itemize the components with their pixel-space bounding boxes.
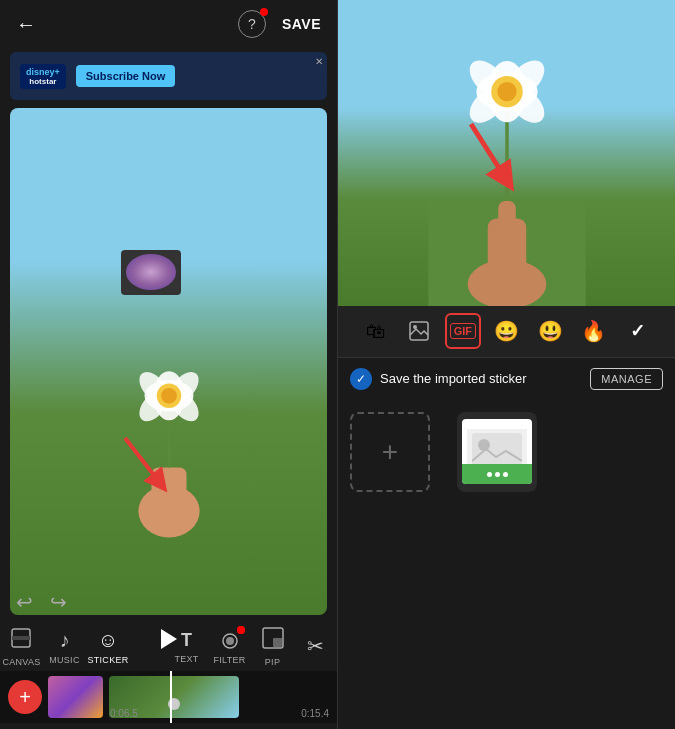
sticker-label: STICKER xyxy=(87,655,128,665)
tool-icons-row: CANVAS ♪ MUSIC ☺ STICKER T TEXT xyxy=(0,619,337,671)
image-button[interactable] xyxy=(401,313,437,349)
svg-line-12 xyxy=(125,438,160,483)
canvas-label: CANVAS xyxy=(2,657,40,667)
pip-label: PIP xyxy=(265,657,280,667)
sticker-green-bar xyxy=(462,464,532,484)
ad-close-button[interactable]: ✕ xyxy=(315,56,323,67)
canvas-icon xyxy=(10,627,32,654)
back-button[interactable]: ← xyxy=(16,13,36,36)
right-video-preview xyxy=(338,0,675,306)
add-clip-button[interactable]: + xyxy=(8,680,42,714)
sticker-grid: + xyxy=(338,400,675,730)
pip-icon xyxy=(262,627,284,654)
svg-rect-22 xyxy=(498,201,516,245)
filter-icon-wrap xyxy=(219,630,241,652)
top-bar: ← ? SAVE xyxy=(0,0,337,48)
sticker-dots xyxy=(487,472,508,477)
play-button[interactable] xyxy=(153,623,185,655)
canvas-tool[interactable]: CANVAS xyxy=(1,627,41,667)
music-label: MUSIC xyxy=(49,655,80,665)
confirm-button[interactable]: ✓ xyxy=(619,313,655,349)
manage-button[interactable]: MANAGE xyxy=(590,368,663,390)
filter-dot xyxy=(237,626,245,634)
filter-tool[interactable]: FILTER xyxy=(210,630,250,665)
redo-button[interactable]: ↪ xyxy=(50,590,67,614)
timeline-strip: + 0:06.5 0:15.4 xyxy=(0,671,337,723)
sticker-icon: ☺ xyxy=(98,629,118,652)
save-sticker-row: ✓ Save the imported sticker MANAGE xyxy=(338,358,675,400)
video-preview-left xyxy=(10,108,327,615)
pip-tool[interactable]: PIP xyxy=(253,627,293,667)
gif-button[interactable]: GIF xyxy=(445,313,481,349)
red-arrow-left xyxy=(105,423,185,503)
brand-name: disney+ xyxy=(26,67,60,77)
timeline-times: 0:06.5 0:15.4 xyxy=(110,708,329,719)
sticker-pack-button[interactable]: 🛍 xyxy=(358,313,394,349)
filter-label: FILTER xyxy=(213,655,245,665)
music-tool[interactable]: ♪ MUSIC xyxy=(44,629,84,665)
emoji-grin-button[interactable]: 😃 xyxy=(532,313,568,349)
svg-point-10 xyxy=(161,388,177,404)
bottom-tools: CANVAS ♪ MUSIC ☺ STICKER T TEXT xyxy=(0,619,337,729)
sticker-toolbar: 🛍 GIF 😀 😃 🔥 ✓ xyxy=(338,306,675,358)
svg-line-33 xyxy=(471,124,506,179)
dot-2 xyxy=(495,472,500,477)
svg-point-16 xyxy=(226,637,234,645)
save-sticker-text: Save the imported sticker xyxy=(380,371,527,386)
emoji-happy-button[interactable]: 😀 xyxy=(488,313,524,349)
sticker-preview xyxy=(462,419,532,484)
undo-button[interactable]: ↩ xyxy=(16,590,33,614)
check-circle-icon: ✓ xyxy=(350,368,372,390)
notification-dot xyxy=(260,8,268,16)
sticker-tool[interactable]: ☺ STICKER xyxy=(87,629,128,665)
save-sticker-info: ✓ Save the imported sticker xyxy=(350,368,527,390)
sticker-content xyxy=(126,254,176,290)
right-panel: 🛍 GIF 😀 😃 🔥 ✓ ✓ Save the imported sticke… xyxy=(337,0,675,729)
timeline-time-end: 0:15.4 xyxy=(301,708,329,719)
more-tool[interactable]: ✂ xyxy=(295,634,335,661)
sub-brand-name: hotstar xyxy=(29,77,56,86)
text-label: TEXT xyxy=(174,654,198,664)
fire-button[interactable]: 🔥 xyxy=(576,313,612,349)
svg-point-37 xyxy=(478,439,490,451)
music-icon: ♪ xyxy=(59,629,69,652)
play-icon xyxy=(161,629,177,649)
left-panel: ← ? SAVE disney+ hotstar Subscribe Now ✕ xyxy=(0,0,337,729)
scissors-icon: ✂ xyxy=(307,634,324,658)
dot-3 xyxy=(503,472,508,477)
disney-logo: disney+ hotstar xyxy=(20,64,66,89)
svg-point-31 xyxy=(497,82,516,101)
help-button[interactable]: ? xyxy=(238,10,266,38)
sticker-on-video[interactable] xyxy=(121,250,181,295)
confirm-check-icon: ✓ xyxy=(630,320,645,342)
red-arrow-right xyxy=(446,109,536,199)
timeline-time-start: 0:06.5 xyxy=(110,708,138,719)
svg-rect-18 xyxy=(273,638,282,647)
clip-thumbnail-1[interactable] xyxy=(48,676,103,718)
right-video-content xyxy=(338,0,675,306)
subscribe-button[interactable]: Subscribe Now xyxy=(76,65,175,87)
top-bar-right: ? SAVE xyxy=(238,10,321,38)
add-sticker-button[interactable]: + xyxy=(350,412,430,492)
ad-banner[interactable]: disney+ hotstar Subscribe Now ✕ xyxy=(10,52,327,100)
gif-label: GIF xyxy=(450,323,476,339)
video-content-left xyxy=(10,108,327,615)
save-button[interactable]: SAVE xyxy=(282,16,321,32)
sticker-item[interactable] xyxy=(457,412,537,492)
image-icon xyxy=(408,320,430,342)
svg-rect-14 xyxy=(12,636,30,640)
dot-1 xyxy=(487,472,492,477)
